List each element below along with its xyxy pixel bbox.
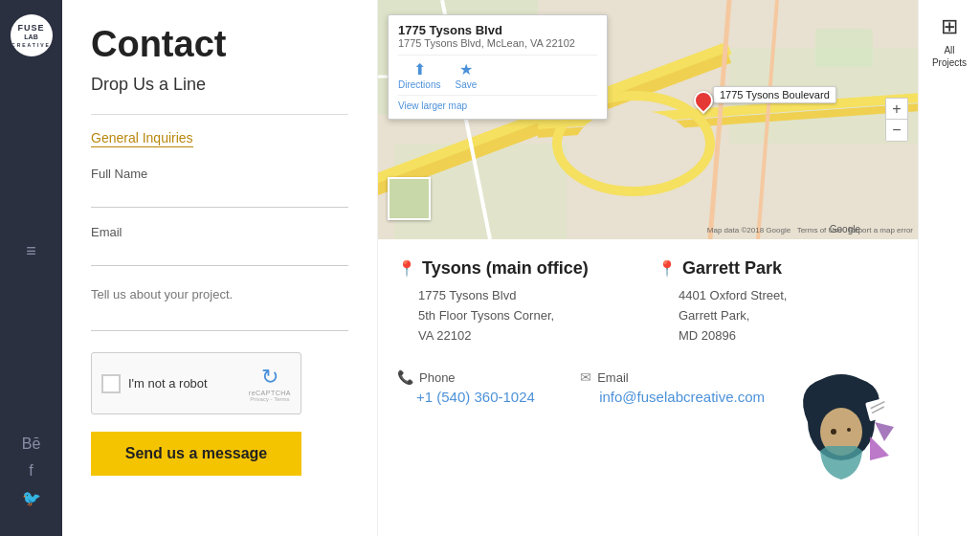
full-name-group: Full Name: [91, 167, 348, 208]
recaptcha-icon: ↻: [261, 365, 278, 390]
view-larger-link[interactable]: View larger map: [398, 100, 597, 111]
location-icon-1: 📍: [397, 259, 416, 278]
email-input[interactable]: [91, 243, 348, 266]
behance-icon[interactable]: Bē: [22, 436, 41, 453]
popup-divider: [398, 55, 597, 56]
directions-icon: ⬆: [413, 60, 426, 78]
email-contact-label: ✉ Email: [580, 369, 765, 385]
map-pin-label: 1775 Tysons Boulevard: [713, 86, 836, 103]
popup-title: 1775 Tysons Blvd: [398, 23, 597, 37]
recaptcha-logo: ↻ reCAPTCHA Privacy - Terms: [249, 365, 291, 402]
popup-divider-2: [398, 95, 597, 96]
svg-rect-14: [815, 29, 873, 67]
popup-address: 1775 Tysons Blvd, McLean, VA 22102: [398, 37, 597, 49]
directions-label: Directions: [398, 79, 440, 90]
full-name-input[interactable]: [91, 185, 348, 208]
send-button[interactable]: Send us a message: [91, 432, 301, 476]
email-block: ✉ Email info@fuselabcreative.com: [580, 369, 765, 484]
contact-form-panel: Contact Drop Us a Line General Inquiries…: [62, 0, 378, 536]
phone-value[interactable]: +1 (540) 360-1024: [397, 389, 561, 405]
location-garrett-title: 📍 Garrett Park: [657, 258, 899, 279]
twitter-icon[interactable]: 🐦: [22, 489, 41, 507]
logo-text: FUSE LAB CREATIVE: [11, 23, 51, 47]
phone-icon: 📞: [397, 369, 413, 385]
svg-marker-17: [870, 436, 889, 460]
logo[interactable]: FUSE LAB CREATIVE: [11, 14, 53, 56]
far-right-panel: ⊞ All Projects: [918, 0, 980, 536]
location-tysons: 📍 Tysons (main office) 1775 Tysons Blvd …: [397, 258, 638, 346]
map-zoom-controls: + −: [885, 98, 908, 142]
sidebar-nav: ≡: [12, 66, 51, 436]
email-label: Email: [91, 225, 348, 239]
message-group: [91, 283, 348, 335]
svg-marker-18: [875, 422, 894, 441]
popup-actions: ⬆ Directions ★ Save: [398, 60, 597, 90]
zoom-in-button[interactable]: +: [886, 99, 907, 120]
svg-point-20: [847, 428, 851, 432]
map-popup: 1775 Tysons Blvd 1775 Tysons Blvd, McLea…: [388, 14, 608, 120]
save-label: Save: [455, 79, 477, 90]
email-value[interactable]: info@fuselabcreative.com: [580, 389, 765, 405]
captcha-label: I'm not a robot: [128, 376, 208, 391]
save-button[interactable]: ★ Save: [455, 60, 477, 90]
svg-point-9: [576, 110, 691, 177]
all-projects-label[interactable]: All Projects: [932, 44, 967, 69]
recaptcha-text: reCAPTCHA: [249, 390, 291, 396]
illustration: [784, 369, 899, 484]
save-icon: ★: [459, 60, 473, 78]
locations-row: 📍 Tysons (main office) 1775 Tysons Blvd …: [378, 239, 918, 360]
location-garrett: 📍 Garrett Park 4401 Oxford Street, Garre…: [657, 258, 899, 346]
map-pin: [694, 91, 713, 110]
map-terms: Map data ©2018 Google Terms of Use Repor…: [707, 226, 913, 234]
right-panel: 1775 Tysons Blvd 1775 Tysons Blvd, McLea…: [378, 0, 918, 536]
contact-info-row: 📞 Phone +1 (540) 360-1024 ✉ Email info@f…: [378, 360, 918, 499]
location-tysons-address: 1775 Tysons Blvd 5th Floor Tysons Corner…: [397, 286, 638, 346]
facebook-icon[interactable]: f: [29, 462, 33, 480]
phone-block: 📞 Phone +1 (540) 360-1024: [397, 369, 561, 484]
recaptcha-links: Privacy - Terms: [250, 396, 289, 402]
sidebar: FUSE LAB CREATIVE ≡ Bē f 🐦: [0, 0, 62, 536]
menu-icon[interactable]: ≡: [12, 234, 51, 268]
full-name-label: Full Name: [91, 167, 348, 181]
all-projects-icon[interactable]: ⊞: [941, 14, 958, 39]
zoom-out-button[interactable]: −: [886, 120, 907, 141]
email-group: Email: [91, 225, 348, 266]
map-thumbnail[interactable]: [388, 177, 431, 220]
phone-label: 📞 Phone: [397, 369, 561, 385]
page-subtitle: Drop Us a Line: [91, 75, 348, 95]
main-content: Contact Drop Us a Line General Inquiries…: [62, 0, 980, 536]
page-title: Contact: [91, 24, 348, 65]
email-icon: ✉: [580, 369, 591, 385]
svg-point-19: [831, 429, 836, 435]
captcha-left: I'm not a robot: [101, 374, 208, 393]
location-garrett-address: 4401 Oxford Street, Garrett Park, MD 208…: [657, 286, 899, 346]
divider: [91, 114, 348, 115]
map-container[interactable]: 1775 Tysons Blvd 1775 Tysons Blvd, McLea…: [378, 0, 918, 239]
message-input[interactable]: [91, 283, 348, 331]
sidebar-social: Bē f 🐦: [22, 436, 41, 522]
pin-dot: [690, 87, 717, 114]
location-icon-2: 📍: [657, 259, 677, 278]
captcha-checkbox[interactable]: [101, 374, 121, 393]
inquiries-tab[interactable]: General Inquiries: [91, 130, 193, 147]
captcha-box: I'm not a robot ↻ reCAPTCHA Privacy - Te…: [91, 352, 301, 414]
directions-button[interactable]: ⬆ Directions: [398, 60, 440, 90]
location-tysons-title: 📍 Tysons (main office): [397, 258, 638, 279]
